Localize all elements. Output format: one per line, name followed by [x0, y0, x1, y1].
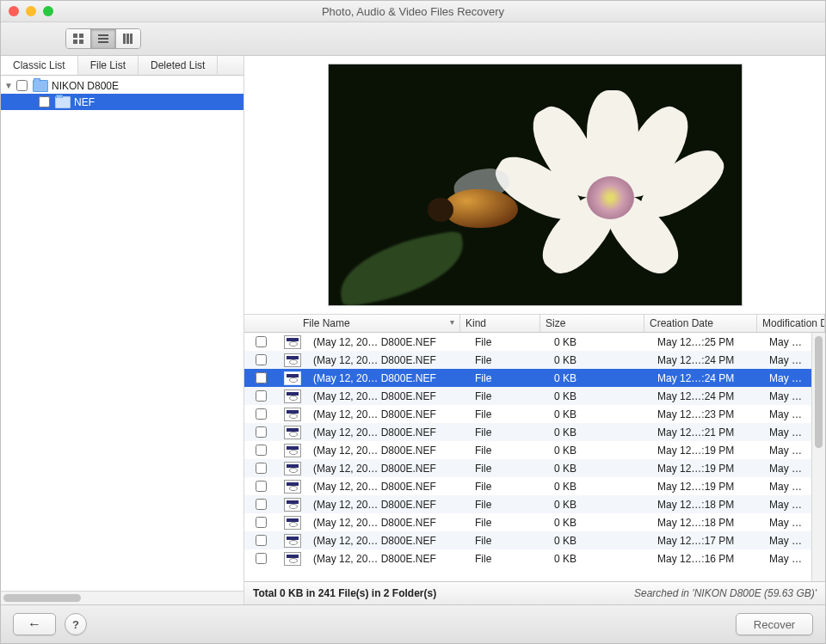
tab-file-list[interactable]: File List — [78, 56, 139, 75]
file-thumbnail-icon — [284, 480, 301, 494]
cell-filename: (May 12, 20… D800E.NEF — [308, 481, 470, 493]
folder-tree[interactable]: ▼ NIKON D800E NEF — [1, 76, 243, 591]
cell-size: 0 KB — [549, 535, 652, 547]
list-icon — [98, 34, 108, 43]
th-modified[interactable]: Modification Date — [757, 315, 825, 332]
th-size[interactable]: Size — [540, 315, 644, 332]
tab-deleted-list[interactable]: Deleted List — [139, 56, 218, 75]
table-row[interactable]: (May 12, 20… D800E.NEFFile0 KBMay 12…:18… — [244, 513, 811, 531]
status-summary: Total 0 KB in 241 File(s) in 2 Folder(s) — [253, 587, 436, 599]
body-split: Classic List File List Deleted List ▼ NI… — [1, 56, 825, 604]
sidebar-h-scrollbar[interactable] — [1, 591, 243, 604]
table-row[interactable]: (May 12, 20… D800E.NEFFile0 KBMay 12…:19… — [244, 477, 811, 495]
row-checkbox[interactable] — [256, 553, 267, 564]
cell-filename: (May 12, 20… D800E.NEF — [308, 426, 470, 439]
disclosure-triangle-icon[interactable]: ▼ — [4, 81, 13, 90]
cell-size: 0 KB — [549, 463, 652, 475]
view-mode-columns[interactable] — [116, 29, 140, 48]
table-v-scrollbar[interactable] — [811, 333, 825, 581]
cell-created: May 12…:24 PM — [652, 354, 764, 366]
row-checkbox[interactable] — [256, 535, 267, 546]
row-checkbox[interactable] — [256, 426, 267, 438]
table-row[interactable]: (May 12, 20… D800E.NEFFile0 KBMay 12…:19… — [244, 459, 811, 477]
row-checkbox[interactable] — [256, 481, 267, 492]
cell-kind: File — [470, 354, 549, 366]
th-created[interactable]: Creation Date — [644, 315, 757, 332]
table-header: File Name Kind Size Creation Date Modifi… — [244, 315, 825, 333]
view-mode-segmented — [65, 28, 141, 49]
tree-checkbox-root[interactable] — [16, 80, 28, 91]
row-checkbox[interactable] — [256, 517, 267, 528]
cell-created: May 12…:19 PM — [652, 445, 764, 457]
window-border: Photo, Audio & Video Files Recovery Clas… — [0, 0, 826, 644]
main-pane: File Name Kind Size Creation Date Modifi… — [244, 56, 825, 604]
table-row[interactable]: (May 12, 20… D800E.NEFFile0 KBMay 12…:17… — [244, 531, 811, 549]
sidebar-tabs: Classic List File List Deleted List — [1, 56, 243, 76]
table-row[interactable]: (May 12, 20… D800E.NEFFile0 KBMay 12…:24… — [244, 387, 811, 405]
bottom-bar: ← ? Recover — [1, 604, 825, 643]
cell-size: 0 KB — [549, 354, 652, 366]
table-row[interactable]: (May 12, 20… D800E.NEFFile0 KBMay 12…:18… — [244, 495, 811, 513]
cell-filename: (May 12, 20… D800E.NEF — [308, 517, 470, 529]
cell-modified: May 12…:24 PM — [764, 372, 811, 384]
cell-created: May 12…:19 PM — [652, 463, 764, 475]
cell-created: May 12…:16 PM — [652, 553, 764, 565]
cell-filename: (May 12, 20… D800E.NEF — [308, 390, 470, 402]
cell-created: May 12…:19 PM — [652, 481, 764, 493]
cell-created: May 12…:23 PM — [652, 408, 764, 420]
row-checkbox[interactable] — [256, 354, 267, 365]
th-kind[interactable]: Kind — [460, 315, 540, 332]
help-button[interactable]: ? — [65, 613, 87, 635]
file-thumbnail-icon — [284, 462, 301, 475]
cell-created: May 12…:17 PM — [652, 535, 764, 547]
row-checkbox[interactable] — [256, 463, 267, 474]
row-checkbox[interactable] — [256, 390, 267, 402]
cell-modified: May 12…:21 PM — [764, 426, 811, 439]
cell-kind: File — [470, 408, 549, 420]
cell-filename: (May 12, 20… D800E.NEF — [308, 445, 470, 457]
file-thumbnail-icon — [284, 389, 301, 403]
scrollbar-thumb[interactable] — [815, 336, 823, 448]
file-thumbnail-icon — [284, 353, 301, 367]
folder-icon — [55, 96, 71, 108]
cell-created: May 12…:25 PM — [652, 336, 764, 348]
table-row[interactable]: (May 12, 20… D800E.NEFFile0 KBMay 12…:19… — [244, 441, 811, 459]
tree-row-root[interactable]: ▼ NIKON D800E — [1, 77, 243, 94]
file-thumbnail-icon — [284, 498, 301, 512]
row-checkbox[interactable] — [256, 336, 267, 347]
table-row[interactable]: (May 12, 20… D800E.NEFFile0 KBMay 12…:25… — [244, 333, 811, 351]
tab-classic-list[interactable]: Classic List — [1, 56, 78, 75]
table-row[interactable]: (May 12, 20… D800E.NEFFile0 KBMay 12…:21… — [244, 423, 811, 441]
row-checkbox[interactable] — [256, 445, 267, 456]
cell-kind: File — [470, 445, 549, 457]
back-button[interactable]: ← — [13, 613, 56, 635]
view-mode-list[interactable] — [91, 29, 116, 48]
view-mode-grid[interactable] — [66, 29, 91, 48]
cell-filename: (May 12, 20… D800E.NEF — [308, 408, 470, 420]
status-bar: Total 0 KB in 241 File(s) in 2 Folder(s)… — [244, 581, 825, 604]
file-thumbnail-icon — [284, 534, 301, 548]
row-checkbox[interactable] — [256, 499, 267, 510]
file-thumbnail-icon — [284, 335, 301, 349]
window-title: Photo, Audio & Video Files Recovery — [1, 5, 825, 18]
th-filename[interactable]: File Name — [298, 315, 460, 332]
table-row[interactable]: (May 12, 20… D800E.NEFFile0 KBMay 12…:24… — [244, 369, 811, 387]
sidebar: Classic List File List Deleted List ▼ NI… — [1, 56, 244, 604]
tree-row-nef[interactable]: NEF — [1, 94, 243, 110]
table-body[interactable]: (May 12, 20… D800E.NEFFile0 KBMay 12…:25… — [244, 333, 811, 581]
table-row[interactable]: (May 12, 20… D800E.NEFFile0 KBMay 12…:23… — [244, 405, 811, 423]
cell-filename: (May 12, 20… D800E.NEF — [308, 372, 470, 384]
tree-checkbox-nef[interactable] — [39, 96, 50, 107]
row-checkbox[interactable] — [256, 372, 267, 383]
scrollbar-thumb[interactable] — [3, 594, 81, 602]
th-checkbox — [244, 315, 277, 332]
app-window: Photo, Audio & Video Files Recovery Clas… — [0, 0, 826, 644]
row-checkbox[interactable] — [256, 408, 267, 420]
file-table: File Name Kind Size Creation Date Modifi… — [244, 314, 825, 581]
cell-filename: (May 12, 20… D800E.NEF — [308, 336, 470, 348]
recover-button[interactable]: Recover — [736, 613, 813, 635]
titlebar: Photo, Audio & Video Files Recovery — [1, 1, 825, 22]
table-row[interactable]: (May 12, 20… D800E.NEFFile0 KBMay 12…:16… — [244, 549, 811, 567]
table-row[interactable]: (May 12, 20… D800E.NEFFile0 KBMay 12…:24… — [244, 351, 811, 369]
preview-area — [244, 56, 825, 314]
